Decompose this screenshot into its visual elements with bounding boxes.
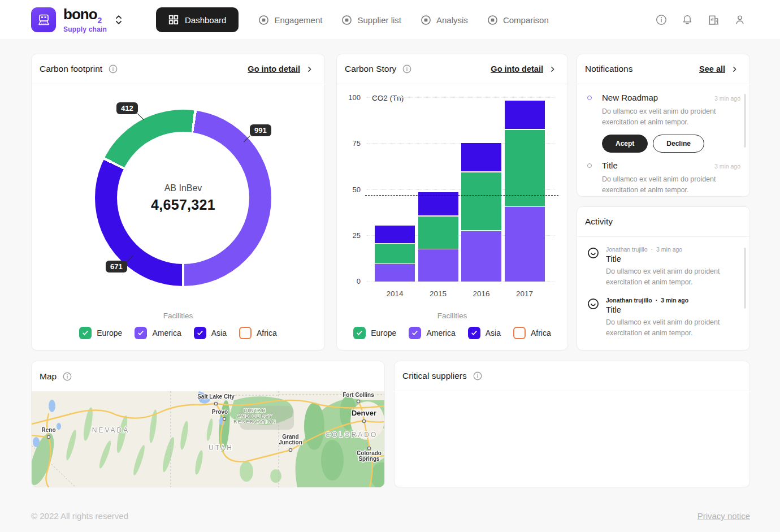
legend-item-asia[interactable]: Asia [468,327,501,339]
bar-segment-asia-2016[interactable] [461,143,501,172]
checkbox-checked-icon[interactable] [79,327,92,339]
workspace-switcher[interactable] [115,14,123,26]
acept-button[interactable]: Acept [602,135,648,153]
legend-item-africa[interactable]: Africa [513,327,551,339]
privacy-notice-link[interactable]: Privacy notice [697,511,750,521]
card-title: Critical suppliers [402,371,467,381]
decline-button[interactable]: Decline [653,135,704,153]
bell-icon[interactable] [681,14,694,26]
notification-body: Do ullamco ex velit anim do proident exe… [602,174,734,196]
x-axis-tick: 2014 [375,289,415,298]
activity-list: Jonathan trujillo·3 min agoTitleDo ullam… [577,237,749,339]
card-header: Activity [577,207,749,237]
profile-icon[interactable] [734,14,746,26]
checkbox-unchecked-icon[interactable] [239,327,252,339]
legend-item-africa[interactable]: Africa [239,327,277,339]
legend-label: America [152,328,181,338]
checkbox-checked-icon[interactable] [409,327,421,339]
top-nav-bar: bono2 Supply chain Dashboard EngagementS… [0,0,780,40]
bar-segment-asia-2015[interactable] [418,192,458,215]
bar-segment-europe-2014[interactable] [375,244,415,263]
go-into-detail-link[interactable]: Go into detail [248,64,300,73]
card-header: Notifications See all [577,54,749,84]
legend-item-europe[interactable]: Europe [79,327,122,339]
radio-icon [487,15,498,25]
nav-item-engagement[interactable]: Engagement [258,15,322,25]
map-city-marker [223,417,226,420]
bar-segment-america-2016[interactable] [461,231,501,282]
activity-title: Title [606,254,740,263]
info-icon[interactable] [62,371,72,382]
card-title: Map [40,371,57,382]
legend-label: Asia [486,328,501,338]
radio-icon [421,15,431,25]
activity-body: Do ullamco ex velit anim do proident exe… [606,266,738,288]
notification-title: New Roadmap [602,93,658,102]
bar-segment-asia-2017[interactable] [505,101,545,129]
activity-title: Title [606,305,740,314]
bar-segment-europe-2016[interactable] [461,172,501,231]
info-icon[interactable] [108,64,118,74]
nav-item-comparison[interactable]: Comparison [487,15,549,25]
activity-meta: Jonathan trujillo·3 min ago [606,297,740,304]
brand-text: bono2 Supply chain [63,7,107,32]
map-label-city: ColoradoSprings [357,450,382,462]
checkbox-checked-icon[interactable] [194,327,206,339]
notification-item: New Roadmap3 min agoDo ullamco ex velit … [587,93,740,153]
map[interactable]: RenoNEVADASalt Lake CityProvoUINTAHAND O… [32,391,384,487]
bar-segment-asia-2014[interactable] [375,226,415,243]
smile-avatar-icon [587,297,600,310]
card-header: Carbon footprint Go into detail [32,54,324,84]
chevron-right-icon[interactable] [306,66,313,73]
legend-item-europe[interactable]: Europe [353,327,396,339]
legend-item-america[interactable]: America [135,327,181,339]
facilities-legend: EuropeAmericaAsiaAfrica [32,327,324,339]
activity-body: Do ullamco ex velit anim do proident exe… [606,317,738,339]
checkbox-checked-icon[interactable] [135,327,147,339]
x-axis-tick: 2015 [418,289,458,298]
nav-dashboard-button[interactable]: Dashboard [156,7,239,32]
card-header: Critical suppliers [395,361,749,391]
legend-label: Asia [211,328,227,338]
notification-body: Do ullamco ex velit anim do proident exe… [602,106,734,128]
scrollbar[interactable] [744,248,746,309]
legend-item-america[interactable]: America [409,327,455,339]
nav-item-analysis[interactable]: Analysis [421,15,468,25]
scrollbar[interactable] [744,94,746,148]
map-label-state: UTAH [209,444,233,452]
carbon-footprint-card: Carbon footprint Go into detail AB InBev… [31,54,325,351]
activity-user: Jonathan trujillo [606,297,652,304]
legend-label: America [426,328,455,338]
company-icon[interactable] [707,14,720,27]
activity-time: 3 min ago [656,246,682,253]
bar-segment-america-2014[interactable] [375,264,415,282]
nav-item-supplier-list[interactable]: Supplier list [341,15,401,25]
activity-time: 3 min ago [661,297,688,304]
carbon-story-card: Carbon Story Go into detail CO2 (Tn) 025… [336,54,568,351]
nav-item-label: Engagement [274,15,322,25]
info-icon[interactable] [473,371,483,381]
info-icon[interactable] [655,14,668,26]
check-icon [137,329,145,337]
map-label-city: Provo [212,409,228,415]
legend-item-asia[interactable]: Asia [194,327,227,339]
checkbox-unchecked-icon[interactable] [513,327,526,339]
facilities-label: Facilities [32,312,324,320]
legend-label: Africa [531,328,551,338]
smile-avatar-icon [587,297,600,313]
bar-segment-america-2015[interactable] [418,249,458,282]
brand-logo[interactable] [31,7,56,32]
legend-label: Europe [97,328,122,338]
nav-dashboard-label: Dashboard [185,15,226,25]
y-axis-tick: 75 [343,139,361,148]
see-all-link[interactable]: See all [699,64,725,73]
checkbox-checked-icon[interactable] [468,327,480,339]
chevron-right-icon[interactable] [731,66,738,73]
bar-segment-america-2017[interactable] [505,207,545,282]
checkbox-checked-icon[interactable] [353,327,366,339]
donut-value-badge-asia: 671 [106,261,127,273]
bar-segment-europe-2015[interactable] [418,217,458,249]
brand-name: bono2 [63,7,107,24]
donut-center-label: AB InBev [164,183,202,193]
grid-icon [168,15,179,25]
